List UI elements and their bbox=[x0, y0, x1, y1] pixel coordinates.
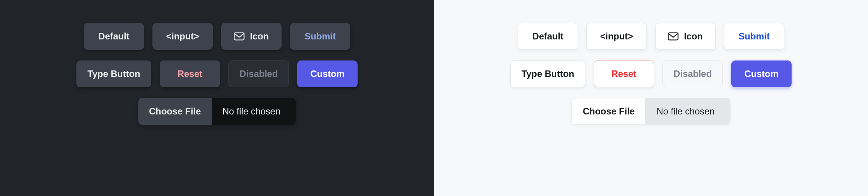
default-button[interactable]: Default bbox=[84, 23, 144, 50]
icon-button[interactable]: Icon bbox=[655, 23, 716, 50]
submit-button[interactable]: Submit bbox=[724, 23, 784, 50]
file-input[interactable]: Choose File No file chosen bbox=[572, 98, 730, 125]
file-row: Choose File No file chosen bbox=[453, 98, 849, 125]
type-button[interactable]: Type Button bbox=[76, 60, 151, 87]
icon-button[interactable]: Icon bbox=[221, 23, 282, 50]
default-button[interactable]: Default bbox=[518, 23, 578, 50]
reset-button[interactable]: Reset bbox=[160, 60, 220, 87]
envelope-icon bbox=[234, 32, 245, 41]
type-button[interactable]: Type Button bbox=[510, 60, 585, 87]
envelope-icon bbox=[668, 32, 679, 41]
button-row-2: Type Button Reset Disabled Custom bbox=[19, 60, 415, 87]
dark-theme-panel: Default <input> Icon Submit Type Button … bbox=[0, 0, 434, 196]
file-status-label: No file chosen bbox=[212, 98, 296, 125]
choose-file-button[interactable]: Choose File bbox=[138, 98, 212, 125]
button-row-2: Type Button Reset Disabled Custom bbox=[453, 60, 849, 87]
reset-button[interactable]: Reset bbox=[594, 60, 654, 87]
file-row: Choose File No file chosen bbox=[19, 98, 415, 125]
icon-button-label: Icon bbox=[250, 31, 269, 42]
input-button[interactable]: <input> bbox=[586, 23, 647, 50]
input-button[interactable]: <input> bbox=[152, 23, 213, 50]
file-status-label: No file chosen bbox=[646, 98, 730, 124]
light-theme-panel: Default <input> Icon Submit Type Button … bbox=[434, 0, 868, 196]
icon-button-label: Icon bbox=[684, 31, 703, 42]
custom-button[interactable]: Custom bbox=[297, 60, 358, 87]
custom-button[interactable]: Custom bbox=[731, 60, 792, 87]
choose-file-button[interactable]: Choose File bbox=[572, 98, 646, 124]
button-row-1: Default <input> Icon Submit bbox=[453, 23, 849, 50]
disabled-button: Disabled bbox=[228, 60, 289, 87]
svg-rect-0 bbox=[234, 33, 244, 40]
svg-rect-1 bbox=[668, 33, 678, 40]
file-input[interactable]: Choose File No file chosen bbox=[138, 98, 296, 125]
submit-button[interactable]: Submit bbox=[290, 23, 350, 50]
disabled-button: Disabled bbox=[662, 60, 723, 87]
button-row-1: Default <input> Icon Submit bbox=[19, 23, 415, 50]
